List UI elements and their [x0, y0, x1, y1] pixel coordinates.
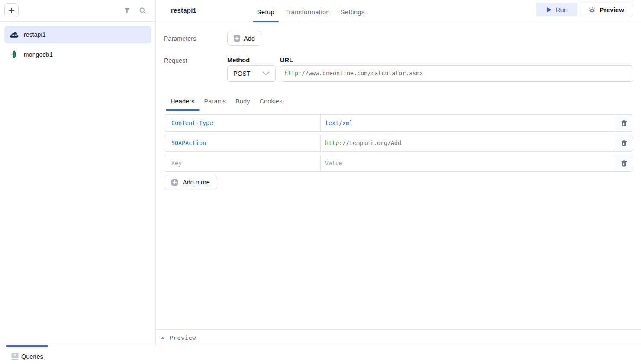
add-more-button[interactable]: Add more — [164, 175, 217, 190]
add-parameter-label: Add — [244, 35, 255, 42]
url-rest: ://www.dneonline.com/calculator.asmx — [298, 70, 423, 77]
filter-button[interactable] — [121, 5, 133, 17]
plus-square-icon — [234, 35, 240, 42]
header-row-3: Key Value — [164, 155, 633, 172]
run-button-label: Run — [556, 6, 568, 13]
bottom-bar: Queries — [0, 346, 641, 364]
delete-header-button[interactable] — [615, 115, 633, 131]
queries-tab-label: Queries — [21, 353, 43, 360]
query-sidebar: {REST} restapi1 mongodb1 — [0, 0, 156, 346]
eye-icon — [589, 6, 596, 13]
url-field: URL http://www.dneonline.com/calculator.… — [280, 57, 633, 82]
svg-text:{REST}: {REST} — [10, 34, 19, 36]
collapse-up-icon — [161, 336, 165, 339]
method-label: Method — [227, 57, 276, 64]
mongodb-icon — [10, 50, 19, 60]
tab-params[interactable]: Params — [200, 97, 231, 110]
request-label: Request — [164, 57, 227, 82]
query-header: restapi1 Setup Transformation Settings R… — [156, 0, 641, 22]
trash-icon — [621, 119, 628, 127]
method-field: Method POST — [227, 57, 276, 82]
header-key-input[interactable]: Key — [164, 155, 321, 171]
tab-cookies[interactable]: Cookies — [255, 97, 287, 110]
query-sidebar-header — [0, 0, 155, 22]
query-title: restapi1 — [171, 6, 196, 14]
rest-api-icon: {REST} — [10, 31, 19, 38]
add-parameter-button[interactable]: Add — [227, 31, 261, 46]
url-label: URL — [280, 57, 633, 64]
request-fields: Method POST URL http://www.dneonline.com… — [227, 57, 633, 82]
preview-button[interactable]: Preview — [580, 3, 633, 16]
method-select-value: POST — [233, 70, 250, 77]
header-value-input[interactable]: text/xml — [321, 115, 615, 131]
query-item-mongodb1[interactable]: mongodb1 — [4, 46, 151, 63]
query-item-restapi1[interactable]: {REST} restapi1 — [4, 26, 151, 43]
plus-icon — [8, 7, 15, 14]
play-icon — [546, 7, 552, 13]
trash-icon — [621, 139, 628, 147]
request-option-tabs: Headers Params Body Cookies — [166, 97, 287, 110]
delete-header-button[interactable] — [615, 155, 633, 171]
tab-headers[interactable]: Headers — [166, 97, 200, 110]
header-key-input[interactable]: Content-Type — [164, 115, 321, 131]
query-panel-icon — [11, 353, 19, 360]
url-input[interactable]: http://www.dneonline.com/calculator.asmx — [280, 65, 633, 82]
tab-transformation[interactable]: Transformation — [281, 0, 334, 22]
queries-active-indicator — [6, 345, 48, 347]
tab-settings[interactable]: Settings — [336, 0, 369, 22]
add-more-label: Add more — [183, 179, 210, 186]
setup-tab-content: Parameters Add Request Method — [156, 31, 641, 190]
search-icon — [139, 7, 146, 14]
header-value-input[interactable]: Value — [321, 155, 615, 171]
header-value-input[interactable]: http://tempuri.org/Add — [321, 135, 615, 151]
request-row: Request Method POST URL — [164, 57, 633, 82]
query-item-label: mongodb1 — [24, 51, 53, 58]
preview-panel-header[interactable]: Preview — [156, 329, 641, 346]
url-scheme: http — [284, 70, 298, 77]
preview-button-label: Preview — [599, 6, 624, 13]
method-select[interactable]: POST — [227, 65, 276, 82]
search-button[interactable] — [136, 5, 148, 17]
header-row-1: Content-Type text/xml — [164, 114, 633, 132]
add-query-button[interactable] — [4, 3, 19, 17]
header-key-input[interactable]: SOAPAction — [164, 135, 321, 151]
plus-square-icon — [171, 179, 178, 186]
query-item-label: restapi1 — [24, 31, 46, 38]
headers-list: Content-Type text/xml — [164, 114, 633, 190]
preview-panel-label: Preview — [170, 335, 196, 341]
queries-tab[interactable]: Queries — [11, 353, 43, 360]
tab-setup[interactable]: Setup — [253, 0, 279, 22]
query-list: {REST} restapi1 mongodb1 — [0, 22, 155, 63]
query-editor: {REST} restapi1 mongodb1 restapi1 Se — [0, 0, 641, 364]
query-main-panel: restapi1 Setup Transformation Settings R… — [156, 0, 641, 346]
header-actions: Run Preview — [536, 3, 633, 16]
parameters-label: Parameters — [164, 35, 227, 42]
trash-icon — [621, 160, 628, 167]
funnel-icon — [123, 7, 131, 14]
header-row-2: SOAPAction http://tempuri.org/Add — [164, 135, 633, 152]
tab-body[interactable]: Body — [231, 97, 254, 110]
parameters-row: Parameters Add — [164, 31, 633, 46]
run-button[interactable]: Run — [536, 3, 577, 16]
main-tabs: Setup Transformation Settings — [251, 0, 370, 22]
chevron-down-icon — [262, 71, 270, 76]
delete-header-button[interactable] — [615, 135, 633, 151]
